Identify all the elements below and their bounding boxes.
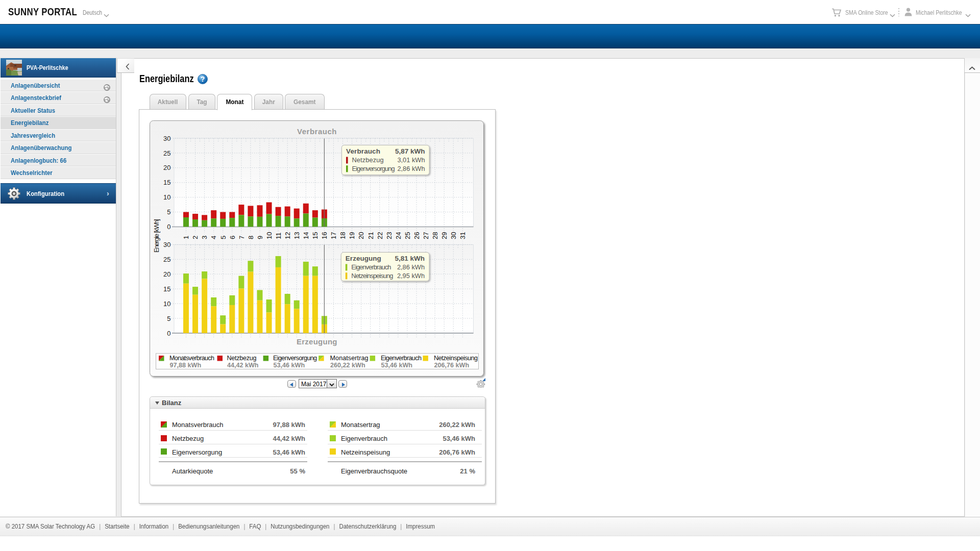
svg-text:Monatsverbrauch: Monatsverbrauch — [169, 355, 214, 362]
svg-text:5,81 kWh: 5,81 kWh — [395, 255, 425, 262]
svg-text:2,86 kWh: 2,86 kWh — [397, 165, 425, 172]
svg-text:23: 23 — [385, 232, 393, 239]
svg-text:Erzeugung: Erzeugung — [297, 337, 337, 346]
svg-text:Netzeinspeisung: Netzeinspeisung — [351, 272, 393, 280]
svg-text:53,46 kWh: 53,46 kWh — [274, 362, 305, 369]
svg-text:Erzeugung: Erzeugung — [346, 255, 381, 262]
svg-text:20: 20 — [357, 232, 365, 239]
svg-text:15: 15 — [163, 285, 170, 293]
svg-text:97,88 kWh: 97,88 kWh — [170, 362, 202, 369]
svg-text:5,87 kWh: 5,87 kWh — [395, 147, 425, 155]
svg-text:5: 5 — [167, 315, 170, 322]
svg-text:30: 30 — [450, 232, 457, 239]
svg-text:10: 10 — [163, 300, 170, 308]
svg-text:10: 10 — [265, 232, 273, 239]
svg-text:Eigenverbrauch: Eigenverbrauch — [351, 263, 391, 271]
svg-text:7: 7 — [238, 236, 246, 239]
svg-text:2: 2 — [191, 236, 199, 239]
svg-text:10: 10 — [163, 193, 170, 201]
svg-text:Eigenversorgung: Eigenversorgung — [273, 355, 317, 362]
svg-text:22: 22 — [376, 232, 384, 239]
svg-text:9: 9 — [256, 236, 264, 239]
svg-text:2,86 kWh: 2,86 kWh — [397, 263, 425, 271]
svg-text:18: 18 — [339, 232, 347, 239]
svg-text:0: 0 — [167, 223, 170, 231]
svg-text:30: 30 — [163, 241, 170, 248]
svg-text:53,46 kWh: 53,46 kWh — [381, 362, 412, 369]
svg-text:Verbrauch: Verbrauch — [297, 127, 337, 136]
svg-text:16: 16 — [321, 232, 328, 239]
svg-text:Verbrauch: Verbrauch — [346, 147, 380, 155]
svg-text:17: 17 — [330, 232, 337, 239]
svg-text:25: 25 — [404, 232, 411, 239]
svg-text:0: 0 — [167, 330, 170, 337]
svg-text:20: 20 — [163, 164, 170, 171]
svg-text:24: 24 — [395, 232, 402, 239]
svg-text:8: 8 — [247, 236, 255, 239]
svg-text:25: 25 — [163, 149, 170, 157]
svg-text:Netzeinspeisung: Netzeinspeisung — [434, 355, 478, 362]
svg-text:31: 31 — [459, 232, 467, 239]
svg-text:Netzbezug: Netzbezug — [227, 355, 256, 362]
svg-text:29: 29 — [440, 232, 448, 239]
svg-text:1: 1 — [182, 236, 190, 239]
svg-text:27: 27 — [422, 232, 430, 239]
svg-text:28: 28 — [431, 232, 439, 239]
svg-text:3,01 kWh: 3,01 kWh — [397, 156, 425, 164]
svg-text:30: 30 — [163, 135, 170, 142]
svg-text:26: 26 — [413, 232, 421, 239]
svg-text:25: 25 — [163, 256, 170, 263]
svg-text:Eigenversorgung: Eigenversorgung — [352, 165, 395, 172]
svg-text:5: 5 — [219, 236, 227, 239]
svg-text:20: 20 — [163, 270, 170, 278]
svg-text:260,22 kWh: 260,22 kWh — [330, 362, 365, 369]
svg-text:6: 6 — [229, 236, 236, 239]
svg-text:4: 4 — [210, 236, 217, 239]
svg-text:19: 19 — [348, 232, 356, 239]
svg-text:2,95 kWh: 2,95 kWh — [397, 272, 425, 280]
svg-text:14: 14 — [302, 232, 310, 239]
svg-text:Eigenverbrauch: Eigenverbrauch — [381, 355, 422, 362]
svg-text:3: 3 — [201, 236, 208, 239]
svg-text:Netzbezug: Netzbezug — [352, 156, 384, 164]
svg-text:5: 5 — [167, 208, 170, 216]
svg-text:206,76 kWh: 206,76 kWh — [434, 362, 470, 369]
svg-text:13: 13 — [293, 232, 301, 239]
svg-text:21: 21 — [367, 232, 375, 239]
svg-text:15: 15 — [163, 179, 170, 186]
svg-text:15: 15 — [311, 232, 319, 239]
svg-text:Energie [kWh]: Energie [kWh] — [153, 219, 160, 253]
svg-text:12: 12 — [284, 232, 291, 239]
svg-text:11: 11 — [275, 233, 282, 240]
svg-text:44,42 kWh: 44,42 kWh — [227, 362, 259, 369]
svg-text:Monatsertrag: Monatsertrag — [330, 355, 369, 362]
